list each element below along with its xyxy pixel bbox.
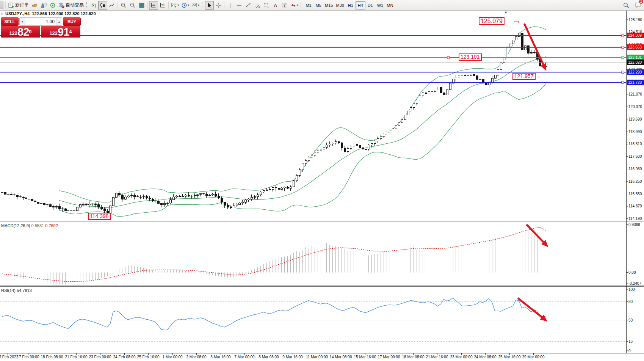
broadcast-icon[interactable] [48, 1, 57, 10]
volume-decrease-button[interactable]: ▼ [20, 18, 25, 25]
text-label-tool[interactable]: T [280, 1, 289, 10]
candle [19, 196, 21, 197]
candle [238, 203, 240, 204]
notifications-button[interactable]: 1 [633, 1, 642, 10]
indicators-button[interactable]: ▾ [170, 1, 180, 10]
price-annotation[interactable]: 121.957 [512, 73, 536, 80]
timeframe-m5[interactable]: M5 [313, 1, 323, 9]
line-handle[interactable] [622, 57, 624, 59]
candle [470, 74, 472, 75]
candle [353, 144, 355, 146]
candle [244, 200, 246, 202]
candle [431, 92, 433, 92]
toolbar-drag-handle[interactable] [301, 2, 302, 8]
candle [500, 62, 502, 69]
candle [395, 126, 397, 129]
zoom-out-button[interactable] [128, 1, 137, 10]
timeframe-mn[interactable]: MN [385, 1, 395, 9]
timeframe-m30[interactable]: M30 [334, 1, 345, 9]
vertical-line-tool[interactable] [226, 1, 235, 10]
svg-text:T: T [284, 3, 286, 7]
timeframe-h4[interactable]: H4 [356, 1, 365, 9]
autotrading-button[interactable]: 自动交易 [57, 1, 85, 10]
candle [368, 145, 370, 149]
sell-price-display[interactable]: 122820 [1, 26, 40, 38]
candle [191, 196, 193, 196]
templates-button[interactable]: ▾ [190, 1, 201, 10]
tile-windows-button[interactable] [137, 1, 146, 10]
crosshair-tool-button[interactable] [214, 1, 223, 10]
candle [218, 196, 219, 198]
timeframe-d1[interactable]: D1 [365, 1, 375, 9]
trend-arrow[interactable] [526, 224, 546, 245]
candle [413, 103, 415, 107]
candle [254, 197, 255, 198]
candle [85, 204, 87, 205]
line-handle[interactable] [622, 71, 624, 73]
price-annotation[interactable]: 123.101 [459, 53, 482, 61]
timeframe-w1[interactable]: W1 [375, 1, 385, 9]
bollinger-lower-band [59, 83, 546, 217]
line-handle[interactable] [622, 46, 624, 49]
periods-button[interactable]: ▾ [180, 1, 190, 10]
timeframe-m1[interactable]: M1 [304, 1, 313, 9]
profile-icon[interactable] [39, 1, 48, 10]
zoom-in-button[interactable] [119, 1, 128, 10]
search-button[interactable] [622, 1, 631, 10]
chart-shift-button[interactable] [158, 1, 167, 10]
candle [61, 209, 63, 209]
toolbar-drag-handle[interactable] [86, 2, 88, 8]
candle [269, 190, 271, 190]
sell-button[interactable]: SELL [1, 17, 19, 26]
toolbar-drag-handle[interactable] [202, 2, 203, 8]
candle [4, 193, 6, 195]
candle [332, 143, 334, 144]
candle [335, 141, 337, 143]
buy-button[interactable]: BUY [63, 17, 81, 26]
candle [182, 196, 183, 197]
bar-chart-button[interactable] [89, 1, 98, 10]
candlestick-chart-button[interactable] [98, 1, 107, 10]
timeframe-m15[interactable]: M15 [323, 1, 334, 9]
buy-price-display[interactable]: 122914 [41, 26, 80, 38]
candle [464, 75, 466, 75]
candle [434, 90, 436, 92]
equidistant-channel-tool[interactable]: E [253, 1, 262, 10]
candle [212, 194, 213, 195]
candle [347, 149, 349, 152]
auto-scroll-button[interactable] [149, 1, 158, 10]
candle [67, 210, 69, 211]
candle [40, 203, 42, 204]
volume-value[interactable]: 1.00 [25, 19, 56, 24]
price-annotation[interactable]: 125.079 [479, 17, 505, 25]
cursor-tool-button[interactable] [205, 1, 214, 10]
one-click-panel-toggle[interactable]: ▴ [1, 12, 3, 15]
toolbar-separator [5, 2, 6, 9]
timeframe-toolbar: M1M5M15M30H1H4D1W1MN [304, 1, 395, 9]
line-handle[interactable] [622, 35, 624, 37]
price-annotation[interactable]: 114.398 [88, 213, 111, 220]
line-handle[interactable] [622, 81, 624, 83]
candle [136, 196, 138, 197]
candle [515, 37, 517, 40]
fibonacci-tool[interactable]: F [262, 1, 271, 10]
horizontal-line-tool[interactable] [235, 1, 244, 10]
text-tool[interactable]: A [271, 1, 280, 10]
chart-shift-marker[interactable]: ▼ [504, 11, 508, 14]
annotation-handle[interactable] [447, 57, 450, 59]
line-chart-button[interactable] [107, 1, 116, 10]
candle [374, 141, 376, 143]
candle [341, 143, 343, 148]
candle [425, 93, 427, 94]
candle [133, 195, 135, 196]
arrows-tool-button[interactable]: ▾ [289, 1, 299, 10]
trendline-tool[interactable] [244, 1, 253, 10]
metaeditor-icon[interactable] [30, 1, 39, 10]
new-order-button[interactable]: 新订单 [7, 1, 30, 10]
candle [146, 196, 147, 198]
candle [205, 194, 207, 195]
trend-arrow[interactable] [518, 298, 545, 320]
timeframe-h1[interactable]: H1 [346, 1, 356, 9]
volume-increase-button[interactable]: ▲ [56, 18, 62, 25]
chart-canvas[interactable] [0, 0, 644, 361]
